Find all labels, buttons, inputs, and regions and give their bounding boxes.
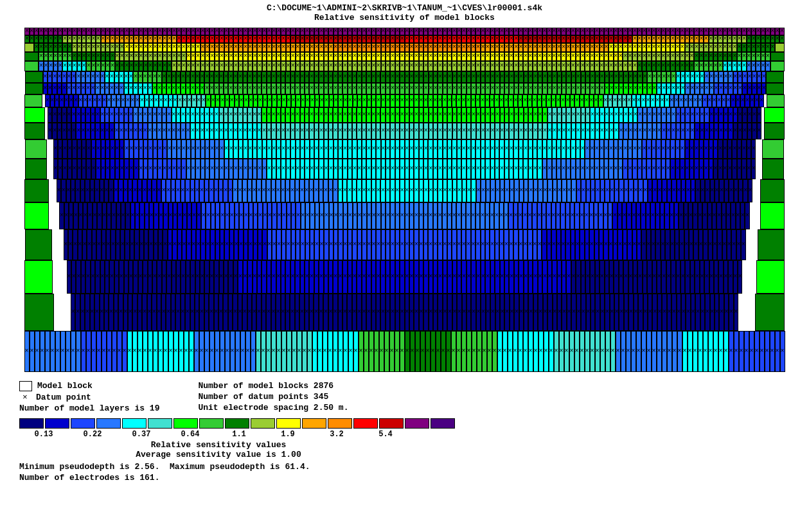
electrode-spacing-text: Unit electrode spacing 2.50 m. (198, 403, 348, 412)
scale-color-box (225, 418, 249, 429)
num-datum-text: Number of datum points 345 (198, 392, 348, 402)
sensitivity-heatmap (19, 28, 790, 372)
scale-tick-label: 1.9 (281, 430, 295, 439)
datum-point-label: Datum point (36, 393, 91, 402)
scale-color-box (379, 418, 404, 429)
scale-color-box (328, 418, 352, 429)
scale-color-box (199, 418, 224, 429)
scale-tick-label: 1.1 (232, 430, 246, 439)
scale-tick-label: 5.4 (378, 430, 393, 439)
scale-tick-label: 3.2 (330, 430, 344, 439)
scale-title: Relative sensitivity values (19, 440, 418, 450)
num-layers-text: Number of model layers is 19 (19, 403, 159, 413)
scale-color-box (405, 418, 429, 429)
scale-color-box (276, 418, 301, 429)
scale-color-box (431, 418, 455, 429)
min-pseudo-text: Minimum pseudodepth is 2.56. (19, 462, 159, 472)
scale-color-box (148, 418, 172, 429)
scale-color-box (96, 418, 121, 429)
model-block-icon (19, 381, 32, 391)
datum-point-icon: × (19, 393, 31, 402)
scale-color-box (71, 418, 95, 429)
num-electrodes-text: Number of electrodes is 161. (19, 473, 790, 483)
scale-tick-label: 0.37 (132, 430, 151, 439)
num-blocks-text: Number of model blocks 2876 (198, 381, 348, 391)
chart-title: Relative sensitivity of model blocks (19, 13, 790, 22)
avg-sensitivity-text: Average sensitivity value is 1.00 (19, 450, 418, 459)
scale-color-box (19, 418, 44, 429)
file-path: C:\DOCUME~1\ADMINI~2\SKRIVB~1\TANUM_~1\C… (19, 3, 790, 13)
scale-color-box (353, 418, 378, 429)
scale-color-box (45, 418, 69, 429)
color-scale: 0.130.220.370.641.11.93.25.4 Relative se… (19, 418, 790, 459)
scale-color-box (173, 418, 198, 429)
scale-tick-label: 0.22 (84, 430, 102, 439)
scale-tick-label: 0.64 (181, 430, 200, 439)
scale-tick-label: 0.13 (35, 430, 53, 439)
scale-color-box (251, 418, 275, 429)
scale-color-box (302, 418, 326, 429)
scale-color-box (122, 418, 147, 429)
legend-area: Model block ×Datum point Number of model… (19, 380, 790, 414)
max-pseudo-text: Maximum pseudodepth is 61.4. (170, 462, 310, 472)
model-block-label: Model block (37, 381, 93, 391)
